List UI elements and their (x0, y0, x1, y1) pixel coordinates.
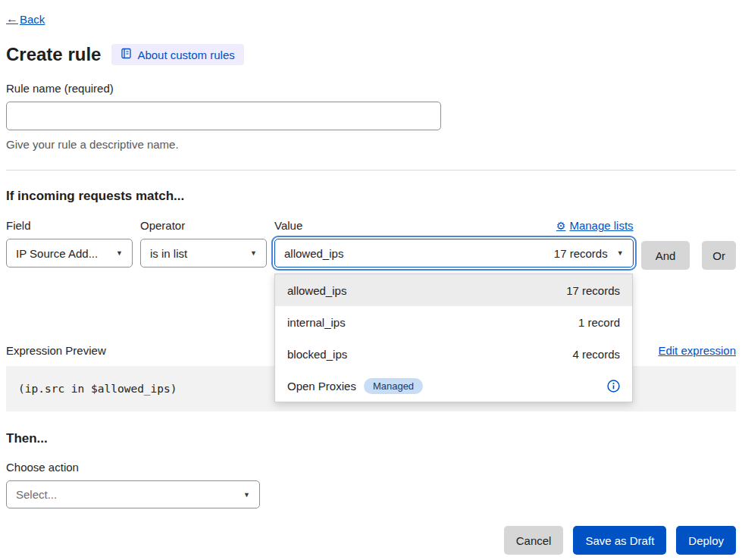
field-label: Field (6, 219, 133, 232)
expression-preview-label: Expression Preview (6, 344, 106, 357)
list-dropdown-panel: allowed_ips 17 records internal_ips 1 re… (274, 274, 633, 402)
choose-action-label: Choose action (6, 461, 736, 474)
footer-actions: Cancel Save as Draft Deploy (6, 526, 736, 555)
value-select[interactable]: allowed_ips 17 records ▼ (274, 239, 634, 267)
rule-name-helper: Give your rule a descriptive name. (6, 138, 736, 151)
list-option-name: blocked_ips (287, 348, 347, 361)
info-icon[interactable] (607, 380, 620, 393)
value-label: Value (274, 219, 302, 232)
match-area: Field IP Source Add... ▼ Operator is in … (6, 219, 736, 270)
page-title: Create rule (6, 44, 101, 65)
manage-lists-label: Manage lists (569, 219, 633, 232)
about-custom-rules-label: About custom rules (137, 48, 234, 61)
and-button[interactable]: And (641, 241, 690, 270)
action-select-placeholder: Select... (16, 488, 237, 501)
list-option-internal-ips[interactable]: internal_ips 1 record (275, 306, 632, 338)
back-arrow-icon: ← (6, 12, 18, 26)
or-button[interactable]: Or (702, 241, 736, 270)
field-column: Field IP Source Add... ▼ (6, 219, 133, 267)
manage-lists-link[interactable]: ⚙ Manage lists (556, 219, 634, 232)
value-column: Value ⚙ Manage lists allowed_ips 17 reco… (274, 219, 634, 267)
operator-column: Operator is in list ▼ (140, 219, 267, 267)
list-option-records: 1 record (578, 316, 620, 329)
deploy-button[interactable]: Deploy (676, 526, 736, 555)
field-select[interactable]: IP Source Add... ▼ (6, 239, 133, 267)
create-rule-page: ← Back Create rule About custom rules Ru… (0, 0, 742, 555)
list-option-records: 4 records (572, 348, 620, 361)
back-label: Back (20, 13, 45, 26)
action-select[interactable]: Select... ▼ (6, 480, 260, 508)
cancel-button[interactable]: Cancel (504, 526, 564, 555)
rule-name-label: Rule name (required) (6, 82, 736, 95)
list-option-allowed-ips[interactable]: allowed_ips 17 records (275, 274, 632, 306)
andor-group: And Or (641, 219, 736, 270)
about-custom-rules-link[interactable]: About custom rules (111, 44, 243, 65)
list-option-open-proxies[interactable]: Open Proxies Managed (275, 370, 632, 402)
value-header: Value ⚙ Manage lists (274, 219, 634, 232)
field-select-value: IP Source Add... (16, 247, 110, 260)
operator-select[interactable]: is in list ▼ (140, 239, 267, 267)
list-option-blocked-ips[interactable]: blocked_ips 4 records (275, 338, 632, 370)
section-divider (6, 170, 736, 171)
edit-expression-link[interactable]: Edit expression (658, 344, 736, 357)
operator-select-value: is in list (150, 247, 244, 260)
match-row: Field IP Source Add... ▼ Operator is in … (6, 219, 736, 270)
list-option-name: Open Proxies (287, 380, 356, 393)
list-option-name: allowed_ips (287, 284, 346, 297)
chevron-down-icon: ▼ (250, 249, 257, 257)
managed-badge: Managed (364, 378, 423, 394)
then-heading: Then... (6, 431, 736, 446)
chevron-down-icon: ▼ (617, 249, 624, 257)
list-option-records: 17 records (566, 284, 620, 297)
rule-name-input[interactable] (6, 102, 441, 130)
match-heading: If incoming requests match... (6, 189, 736, 204)
chevron-down-icon: ▼ (116, 249, 123, 257)
docs-icon (121, 48, 132, 61)
chevron-down-icon: ▼ (243, 491, 250, 499)
back-link[interactable]: ← Back (6, 12, 45, 26)
list-option-name: internal_ips (287, 316, 346, 329)
value-select-records: 17 records (554, 247, 608, 260)
gear-icon: ⚙ (556, 220, 566, 232)
save-as-draft-button[interactable]: Save as Draft (573, 526, 666, 555)
title-row: Create rule About custom rules (6, 44, 736, 65)
value-select-value: allowed_ips (284, 247, 548, 260)
operator-label: Operator (140, 219, 267, 232)
